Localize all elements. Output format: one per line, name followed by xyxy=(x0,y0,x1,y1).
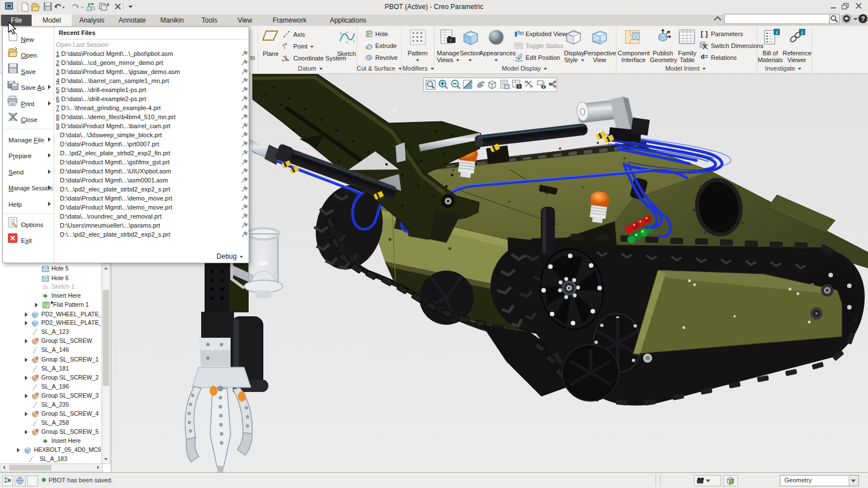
svg-text:x: x xyxy=(524,80,527,84)
svg-text:?: ? xyxy=(861,15,865,22)
svg-text:z: z xyxy=(281,58,284,62)
svg-text:x: x xyxy=(530,85,532,89)
svg-text:x: x xyxy=(284,46,286,49)
svg-text:3: 3 xyxy=(520,53,522,57)
